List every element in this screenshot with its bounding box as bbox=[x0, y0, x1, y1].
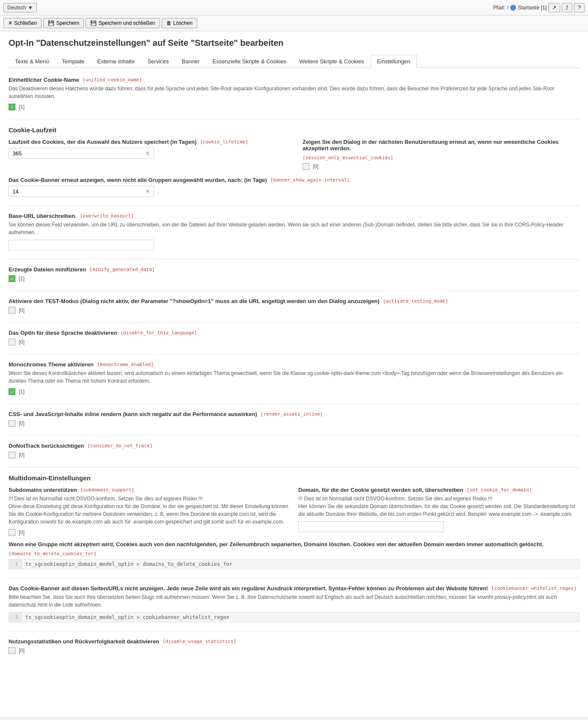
baseurl-label: Base-URL überschreiben. [overwrite_baseu… bbox=[9, 213, 579, 219]
domains-delete-label: Wenn eine Gruppe nicht akzeptiert wird, … bbox=[9, 541, 579, 556]
baseurl-desc: Sie können dieses Feld verwenden, um die… bbox=[9, 221, 579, 236]
unified-cookie-checkbox-row: [1] bbox=[9, 104, 579, 110]
tab-einstellungen[interactable]: Einstellungen bbox=[371, 55, 417, 68]
disable-usage-code: [disable_usage_statistics] bbox=[163, 639, 236, 644]
banner-interval-clear-icon[interactable]: ✕ bbox=[145, 188, 150, 195]
render-inline-checkbox-row: [0] bbox=[9, 420, 579, 427]
multidomain-heading: Multidomain-Einstellungen bbox=[9, 474, 579, 482]
external-link-button[interactable]: ↗ bbox=[548, 3, 560, 12]
chevron-down-icon: ▼ bbox=[28, 5, 33, 11]
cookie-domain-input-wrap bbox=[298, 521, 444, 532]
disable-lang-checkbox[interactable] bbox=[9, 339, 15, 345]
tab-weitere[interactable]: Weitere Skripte & Cookies bbox=[293, 55, 371, 68]
tab-texte[interactable]: Texte & Menü bbox=[9, 55, 56, 68]
minify-checkbox[interactable] bbox=[9, 275, 15, 282]
cookie-lifetime-code: [cookie_lifetime] bbox=[200, 139, 248, 145]
divider-7 bbox=[9, 404, 579, 404]
whitelist-label: Das Cookie-Banner auf diesen Seiten/URLs… bbox=[9, 585, 579, 592]
disable-usage-checkbox-row: [0] bbox=[9, 647, 579, 654]
tabs: Texte & Menü Template Externe Inhalte Se… bbox=[9, 55, 579, 68]
whitelist-section: Das Cookie-Banner auf diesen Seiten/URLs… bbox=[9, 585, 579, 622]
domains-delete-code: [domains_to_delete_cookies_for] bbox=[9, 551, 96, 556]
cookie-lifetime-label: Laufzeit des Cookies, der die Auswahl de… bbox=[9, 139, 285, 145]
baseurl-input[interactable] bbox=[12, 242, 150, 248]
save-close-button[interactable]: 💾 Speichern und schließen bbox=[86, 18, 160, 28]
delete-label: Löschen bbox=[173, 20, 193, 26]
unified-cookie-desc: Das Deaktivieren dieses Häkchens würde d… bbox=[9, 85, 579, 100]
baseurl-code: [overwrite_baseurl] bbox=[80, 213, 134, 219]
unified-cookie-section: Einheitlicher Cookie-Name [unified_cooki… bbox=[9, 77, 579, 110]
page-title: Opt-In "Datenschutzeinstellungen" auf Se… bbox=[9, 38, 579, 48]
tab-essential[interactable]: Essenzielle Skripte & Cookies bbox=[206, 55, 293, 68]
unified-cookie-code: [unified_cookie_name] bbox=[83, 77, 142, 83]
multidomain-cols: Subdomains unterstützen [subdomain_suppo… bbox=[9, 487, 579, 536]
disable-usage-val: [0] bbox=[19, 648, 24, 654]
subdomains-code: [subdomain_support] bbox=[80, 487, 134, 493]
disable-lang-label: Das OptIn für diese Sprache deaktivieren… bbox=[9, 330, 579, 336]
testing-checkbox[interactable] bbox=[9, 307, 15, 314]
subdomains-label: Subdomains unterstützen [subdomain_suppo… bbox=[9, 487, 290, 493]
session-only-checkbox-row: [0] bbox=[303, 163, 579, 170]
baseurl-section: Base-URL überschreiben. [overwrite_baseu… bbox=[9, 213, 579, 250]
cookie-domain-desc: !!! Dies ist im Normalfall nicht DSVGO-k… bbox=[298, 495, 579, 518]
help-button[interactable]: ? bbox=[574, 3, 585, 12]
save-icon: 💾 bbox=[48, 20, 54, 26]
banner-interval-input[interactable] bbox=[12, 188, 145, 195]
divider-2 bbox=[9, 205, 579, 206]
banner-interval-input-wrap: ✕ bbox=[9, 186, 154, 197]
code-path-1: tx_sgcookieoptin_domain_model_optin > do… bbox=[22, 559, 236, 569]
divider-4 bbox=[9, 291, 579, 291]
whitelist-desc: Bitte beachten Sie, dass Sie auch Ihre ü… bbox=[9, 593, 579, 609]
render-inline-checkbox[interactable] bbox=[9, 420, 15, 427]
tab-services[interactable]: Services bbox=[141, 55, 175, 68]
disable-lang-checkbox-row: [0] bbox=[9, 339, 579, 345]
render-inline-code: [render_assets_inline] bbox=[261, 411, 323, 417]
close-button[interactable]: ✕ Schließen bbox=[3, 18, 42, 28]
monochrome-label: Monochromes Theme aktivieren [monochrome… bbox=[9, 361, 579, 368]
cookie-domain-label: Domain, für die der Cookie gesetzt werde… bbox=[298, 487, 579, 493]
subdomains-checkbox-row: [0] bbox=[9, 529, 290, 536]
dnt-checkbox[interactable] bbox=[9, 452, 15, 458]
cookie-domain-input[interactable] bbox=[302, 524, 440, 530]
share-button[interactable]: ⤴ bbox=[562, 3, 572, 12]
testing-section: Aktiviere den TEST-Modus (Dialog nicht a… bbox=[9, 298, 579, 314]
session-only-col: Zeigen Sie den Dialog in der nächsten Be… bbox=[303, 139, 579, 170]
dnt-section: DoNotTrack berücksichtigen [consider_do_… bbox=[9, 443, 579, 458]
breadcrumb-sep: / bbox=[507, 5, 508, 11]
language-selector[interactable]: Deutsch ▼ bbox=[3, 3, 37, 12]
subdomains-val: [0] bbox=[19, 530, 24, 536]
testing-label: Aktiviere den TEST-Modus (Dialog nicht a… bbox=[9, 298, 579, 304]
code-line-1: 1 tx_sgcookieoptin_domain_model_optin > … bbox=[9, 559, 579, 569]
toolbar: ✕ Schließen 💾 Speichern 💾 Speichern und … bbox=[0, 15, 588, 31]
cookie-lifetime-input[interactable] bbox=[12, 150, 145, 157]
save-button[interactable]: 💾 Speichern bbox=[43, 18, 84, 28]
domains-delete-section: Wenn eine Gruppe nicht akzeptiert wird, … bbox=[9, 541, 579, 569]
divider-8 bbox=[9, 435, 579, 436]
globe-icon bbox=[510, 5, 516, 11]
monochrome-checkbox-row: [1] bbox=[9, 388, 579, 395]
testing-checkbox-row: [0] bbox=[9, 307, 579, 314]
tab-template[interactable]: Template bbox=[56, 55, 91, 68]
unified-cookie-checkbox[interactable] bbox=[9, 104, 15, 110]
disable-usage-label: Nutzungsstatistiken und Rückverfolgbarke… bbox=[9, 638, 579, 645]
render-inline-section: CSS- und JavaScript-Inhalte inline rende… bbox=[9, 411, 579, 427]
subdomains-checkbox[interactable] bbox=[9, 529, 15, 536]
main-content: Opt-In "Datenschutzeinstellungen" auf Se… bbox=[0, 31, 588, 717]
breadcrumb: Pfad: / Startseite [1] ↗ ⤴ ? bbox=[493, 3, 585, 12]
divider-11 bbox=[9, 631, 579, 631]
monochrome-checkbox[interactable] bbox=[9, 388, 15, 395]
delete-button[interactable]: 🗑 Löschen bbox=[162, 18, 197, 28]
tab-banner[interactable]: Banner bbox=[175, 55, 206, 68]
testing-val: [0] bbox=[19, 307, 24, 313]
clear-icon[interactable]: ✕ bbox=[145, 150, 150, 157]
disable-lang-val: [0] bbox=[19, 339, 24, 345]
session-only-checkbox[interactable] bbox=[303, 163, 309, 170]
breadcrumb-home[interactable]: Startseite [1] bbox=[518, 5, 546, 11]
session-only-code: [session_only_essential_cookies] bbox=[303, 155, 393, 161]
monochrome-val: [1] bbox=[19, 389, 24, 395]
disable-usage-checkbox[interactable] bbox=[9, 647, 15, 654]
cookie-lifetime-col: Laufzeit des Cookies, der die Auswahl de… bbox=[9, 139, 285, 170]
close-icon: ✕ bbox=[8, 20, 12, 26]
tab-externe[interactable]: Externe Inhalte bbox=[91, 55, 141, 68]
session-only-val: [0] bbox=[313, 164, 318, 170]
